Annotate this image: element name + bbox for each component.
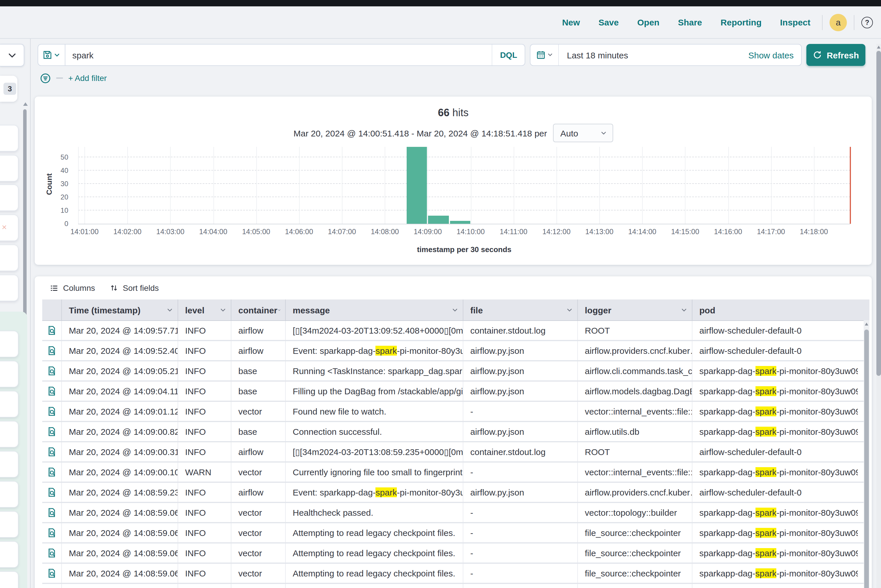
help-icon[interactable]: ?	[861, 16, 873, 28]
nav-link-save[interactable]: Save	[598, 17, 619, 27]
expand-document-button[interactable]	[47, 427, 57, 436]
add-filter-button[interactable]: + Add filter	[68, 74, 107, 82]
dql-button[interactable]: DQL	[492, 45, 525, 65]
inspect-document-icon	[47, 366, 57, 376]
interval-select[interactable]: Auto	[553, 124, 613, 142]
expand-document-button[interactable]	[47, 548, 57, 558]
expand-document-button[interactable]	[47, 366, 57, 376]
time-range-text: Mar 20, 2024 @ 14:00:51.418 - Mar 20, 20…	[293, 128, 547, 138]
x-tick-label: 14:11:00	[500, 228, 527, 236]
scroll-up-icon[interactable]	[877, 46, 880, 49]
expand-document-button[interactable]	[47, 488, 57, 497]
nav-link-new[interactable]: New	[562, 17, 580, 27]
field-card[interactable]	[0, 184, 18, 211]
column-header-file[interactable]: file	[463, 300, 578, 320]
column-header-time-timestamp[interactable]: Time (timestamp)	[62, 300, 178, 320]
field-card[interactable]	[0, 125, 18, 152]
column-header-logger[interactable]: logger	[578, 300, 692, 320]
histogram-bar-14:09:00[interactable]	[428, 216, 449, 224]
field-card[interactable]	[0, 481, 18, 508]
avatar[interactable]: a	[830, 14, 847, 31]
time-range-button[interactable]: Last 18 minutes	[559, 45, 748, 65]
collapse-sidebar-button[interactable]	[0, 44, 24, 66]
calendar-icon	[536, 50, 545, 60]
column-header-container[interactable]: container	[232, 300, 286, 320]
search-input[interactable]	[65, 45, 492, 65]
cell-container: airflow	[232, 321, 286, 340]
remove-field-icon[interactable]: ×	[2, 223, 7, 231]
cell-pod: sparkapp-dag-spark-pi-monitor-80y3uw09	[692, 402, 858, 421]
column-header-label: logger	[585, 305, 612, 315]
saved-query-menu-button[interactable]	[38, 45, 65, 65]
field-card[interactable]	[0, 541, 18, 568]
column-header-level[interactable]: level	[178, 300, 232, 320]
hits-count: 66	[438, 107, 450, 118]
x-tick-label: 14:12:00	[542, 228, 570, 236]
cell-level: INFO	[178, 402, 232, 421]
gridline	[78, 147, 79, 224]
cell-file: -	[463, 523, 578, 542]
expand-document-button[interactable]	[47, 406, 57, 416]
page-scrollbar-thumb[interactable]	[876, 51, 881, 376]
nav-link-inspect[interactable]: Inspect	[780, 17, 810, 27]
highlight-term: spark	[755, 386, 776, 396]
table-scrollbar-thumb[interactable]	[864, 330, 869, 588]
time-range-end-marker	[850, 147, 851, 224]
field-card[interactable]	[0, 391, 18, 417]
y-tick-label: 30	[60, 180, 68, 188]
x-axis-ticks: 14:01:0014:02:0014:03:0014:04:0014:05:00…	[78, 228, 850, 237]
cell-level: INFO	[178, 483, 232, 502]
expand-document-button[interactable]	[47, 568, 57, 578]
cell-level: INFO	[178, 523, 232, 542]
field-card[interactable]	[0, 421, 18, 447]
field-card[interactable]: ×	[0, 214, 18, 241]
quick-select-menu-button[interactable]	[531, 45, 559, 65]
expand-document-button[interactable]	[47, 508, 57, 518]
filter-icon[interactable]	[40, 72, 51, 84]
field-card[interactable]	[0, 451, 18, 478]
cell-file: airflow.py.json	[463, 341, 578, 360]
nav-link-open[interactable]: Open	[637, 17, 660, 27]
scroll-up-icon[interactable]	[865, 322, 868, 326]
field-card[interactable]	[0, 511, 18, 538]
field-card[interactable]	[0, 274, 18, 301]
cell-container: airflow	[232, 341, 286, 360]
expand-document-button[interactable]	[47, 386, 57, 396]
field-card[interactable]	[0, 571, 18, 588]
nav-link-share[interactable]: Share	[678, 17, 702, 27]
column-header-message[interactable]: message	[286, 300, 463, 320]
expand-document-button[interactable]	[47, 528, 57, 538]
field-card[interactable]	[0, 244, 18, 271]
inspect-document-icon	[47, 346, 57, 356]
sidebar-scroll-up-icon[interactable]	[23, 102, 28, 106]
x-tick-label: 14:01:00	[71, 228, 99, 236]
field-card[interactable]	[0, 361, 18, 387]
sort-arrows-icon	[110, 284, 118, 292]
nav-link-reporting[interactable]: Reporting	[720, 17, 762, 27]
expand-document-button[interactable]	[47, 346, 57, 356]
x-tick-label: 14:18:00	[800, 228, 828, 236]
cell-time: Mar 20, 2024 @ 14:08:59.066	[62, 543, 178, 562]
histogram-bar-14:09:30[interactable]	[450, 221, 470, 224]
show-dates-button[interactable]: Show dates	[748, 45, 801, 65]
cell-pod: sparkapp-dag-spark-pi-monitor-80y3uw09	[692, 503, 858, 522]
cell-expand	[42, 503, 62, 522]
list-icon	[50, 284, 59, 292]
sort-fields-button[interactable]: Sort fields	[110, 283, 159, 292]
column-header-pod[interactable]: pod	[692, 300, 858, 320]
gridline	[728, 147, 729, 224]
refresh-button[interactable]: Refresh	[806, 44, 865, 66]
field-card[interactable]	[0, 331, 18, 357]
inspect-document-icon	[47, 508, 57, 518]
cell-logger: file_source::checkpointer	[578, 543, 692, 562]
cell-file: container.stdout.log	[463, 442, 578, 461]
expand-document-button[interactable]	[47, 447, 57, 457]
expand-document-button[interactable]	[47, 467, 57, 477]
columns-button[interactable]: Columns	[50, 283, 95, 292]
histogram-bar-14:08:30[interactable]	[407, 147, 427, 224]
expand-document-button[interactable]	[47, 326, 57, 335]
cell-pod: sparkapp-dag-spark-pi-monitor-80y3uw09	[692, 523, 858, 542]
gridline	[128, 147, 128, 224]
field-card[interactable]	[0, 155, 18, 182]
cell-message: Healthcheck passed.	[286, 503, 463, 522]
